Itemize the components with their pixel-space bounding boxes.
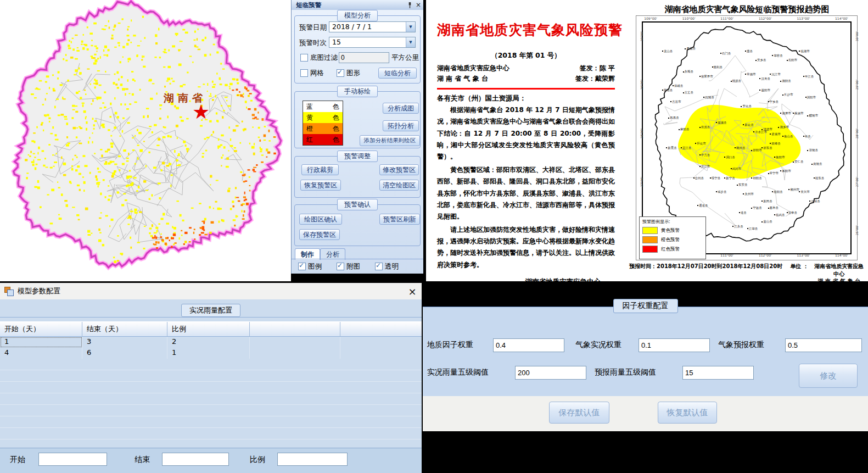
ratio-label: 比例 [250,455,265,465]
county-label: 湘阴县 [780,79,791,83]
trend-map-title: 湖南省地质灾害气象风险短临预警预报趋势图 [626,4,868,15]
table-empty-row[interactable] [0,416,422,428]
transparent-checkbox[interactable] [375,263,383,270]
start-label: 开始 [10,455,25,465]
table-empty-row[interactable] [0,382,422,393]
unit-orgs: 湖南省地质灾害应急中心 湖 南 省 气 象 台 [812,263,866,285]
issuer-org-1: 湖南省地质灾害应急中心 [437,64,509,73]
warning-color-list[interactable]: 蓝色 黄色 橙色 红色 [303,101,343,146]
modify-button[interactable]: 修改 [799,364,858,388]
basemap-filter-input[interactable] [339,52,389,63]
factor-weight-panel: 因子权重配置 地质因子权重 气象实况权重 气象预报权重 实况雨量五级阈值 预报雨… [423,285,868,473]
forecast-rain-threshold-input[interactable] [682,366,754,380]
grid-checkbox[interactable] [300,69,308,77]
color-item-red[interactable]: 红色 [303,134,343,145]
tab-production[interactable]: 制作 [295,248,320,260]
forecast-weather-input[interactable] [785,338,862,352]
topology-analysis-button[interactable]: 拓扑分析 [383,120,419,131]
document-paragraph: 黄色预警区域：邵阳市双清区、大祥区、北塔区、邵东县西部、新邵县、邵阳县、隆回县、… [437,164,615,223]
county-label: 新化县 [743,123,754,127]
shortterm-analyze-button[interactable]: 短临分析 [378,68,417,79]
group-divider [0,317,422,318]
close-icon[interactable]: × [405,284,419,298]
table-row[interactable]: 1 3 2 [0,337,422,348]
start-input[interactable] [38,453,107,466]
color-item-orange[interactable]: 橙色 [303,123,343,134]
pin-icon[interactable] [406,1,413,9]
admin-clip-button[interactable]: 行政裁剪 [301,164,339,175]
warnzone-refresh-button[interactable]: 预警区刷新 [379,214,420,225]
warn-time-label: 预警时次 [299,38,327,48]
county-label: 澧县 [745,49,753,53]
add-result-button[interactable]: 添加分析结果到绘区 [360,135,420,146]
clear-drawzone-button[interactable]: 清空绘图区 [379,180,419,191]
hunan-risk-map[interactable] [0,0,291,281]
dialog-titlebar[interactable]: 模型参数配置 [0,283,422,299]
close-icon[interactable]: × [415,1,422,9]
save-warnzone-button[interactable]: 保存预警区 [299,229,340,240]
save-defaults-button[interactable]: 保存默认值 [549,402,609,424]
legend-item: 橙色预警 [642,236,703,243]
county-label: 临湘市 [799,49,810,53]
county-label: 中方县 [699,153,710,157]
county-label: 新田县 [761,199,772,203]
legend-checkbox-label: 图例 [308,262,322,271]
county-label: 宜章县 [787,211,798,215]
risk-map-panel[interactable]: 湖南省 ★ [0,0,291,281]
color-item-yellow[interactable]: 黄色 [303,112,343,123]
drawzone-confirm-button[interactable]: 绘图区确认 [299,214,342,225]
county-label: 吉首市 [670,100,681,104]
obs-weather-input[interactable] [639,338,710,352]
rainfall-table[interactable]: 开始（天） 结束（天） 比例 1 3 2 4 6 1 [0,321,422,463]
county-label: 安化县 [741,104,752,108]
geo-factor-input[interactable] [493,338,564,352]
table-row[interactable]: 4 6 1 [0,348,422,359]
legend-swatch [642,246,658,253]
group-warn-adjust: 预警调整 行政裁剪 修改预警区 恢复预警区 清空绘图区 [294,156,421,198]
county-label: 龙山县 [662,49,673,53]
basemap-filter-checkbox[interactable] [300,54,308,62]
capital-star-icon: ★ [192,102,210,122]
county-label: 衡山县 [782,135,793,138]
group-manual-plot: 手动标绘 蓝色 黄色 橙色 红色 分析成图 拓扑分析 添加分析结果到绘区 [294,91,421,148]
color-item-blue[interactable]: 蓝色 [303,101,343,112]
ratio-input[interactable] [277,453,348,466]
legend-checkbox[interactable] [298,263,306,270]
county-label: 桑植县 [685,47,696,51]
obs-rain-threshold-input[interactable] [515,366,586,380]
table-empty-row[interactable] [0,359,422,370]
default-buttons-area: 保存默认值 恢复默认值 [423,396,868,431]
end-input[interactable] [162,453,229,466]
county-label: 祁阳县 [751,176,762,180]
county-label: 华容县 [772,54,783,58]
warn-date-select[interactable]: 2018 / 7 / 1 ▼ [329,21,416,32]
county-label: 新宁县 [724,176,735,180]
unit-label: 单位 ： [790,263,808,285]
table-empty-row[interactable] [0,405,422,416]
table-empty-row[interactable] [0,428,422,439]
table-empty-row[interactable] [0,393,422,405]
county-label: 道县 [739,211,747,215]
modify-warnzone-button[interactable]: 修改预警区 [379,164,419,175]
attach-checkbox[interactable] [337,263,344,270]
county-label: 江永县 [732,225,743,229]
restore-defaults-button[interactable]: 恢复默认值 [658,402,717,424]
group-label: 手动标绘 [337,86,378,97]
chevron-down-icon[interactable]: ▼ [406,22,415,32]
county-label: 江华县 [747,227,758,231]
county-label: 会同县 [693,176,704,180]
analysis-to-map-button[interactable]: 分析成图 [383,103,419,114]
forecast-rain-threshold-label: 预报雨量五级阈值 [595,368,656,377]
county-label: 安仁县 [793,160,804,164]
document-paragraph: 根据湖南省气象台 2018 年 12 月 7 日短期气象预报情况，湖南省地质灾害… [437,104,615,163]
tab-analysis[interactable]: 分析 [320,248,345,260]
graphic-checkbox[interactable] [337,69,344,77]
warn-time-select[interactable]: 15 ▼ [329,37,416,48]
table-empty-row[interactable] [0,370,422,382]
restore-warnzone-button[interactable]: 恢复预警区 [300,180,341,191]
chevron-down-icon[interactable]: ▼ [406,37,415,47]
county-label: 辰溪县 [699,125,710,129]
county-label: 洞口县 [724,155,735,159]
dialog-footer: 开始 结束 比例 [0,448,422,473]
county-label: 双峰县 [770,142,781,146]
